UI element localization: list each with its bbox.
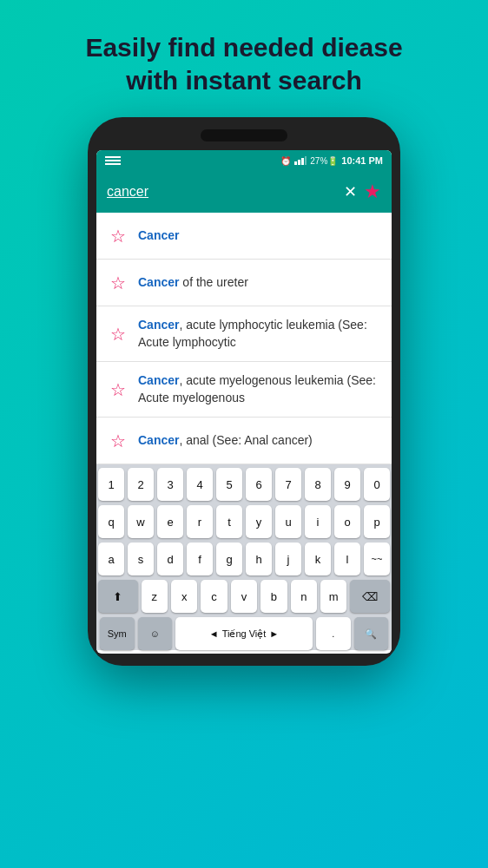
lang-left-arrow[interactable]: ◄ — [209, 628, 219, 639]
key-b[interactable]: b — [260, 580, 287, 613]
phone-notch — [201, 129, 287, 141]
result-item-3[interactable]: ☆ Cancer, acute lymphocytic leukemia (Se… — [96, 306, 392, 362]
space-key[interactable]: ◄ Tiếng Việt ► — [175, 617, 313, 650]
key-k[interactable]: k — [305, 542, 331, 575]
status-left — [105, 156, 121, 165]
result-text-1: Cancer — [138, 227, 179, 245]
signal-icon — [294, 156, 307, 165]
star-icon-3[interactable]: ☆ — [110, 324, 126, 345]
svg-rect-5 — [301, 158, 304, 165]
key-e[interactable]: e — [157, 505, 183, 538]
key-u[interactable]: u — [275, 505, 301, 538]
key-6[interactable]: 6 — [246, 468, 272, 501]
result-text-4: Cancer, acute myelogenous leukemia (See:… — [138, 372, 378, 406]
key-c[interactable]: c — [201, 580, 227, 613]
key-t[interactable]: t — [216, 505, 242, 538]
star-icon-2[interactable]: ☆ — [110, 273, 126, 293]
svg-rect-0 — [105, 156, 121, 158]
key-p[interactable]: p — [364, 505, 390, 538]
result-item-5[interactable]: ☆ Cancer, anal (See: Anal cancer) — [96, 418, 392, 464]
key-0[interactable]: 0 — [364, 468, 390, 501]
key-2[interactable]: 2 — [128, 468, 154, 501]
lang-label: Tiếng Việt — [222, 628, 267, 640]
search-bar[interactable]: cancer ✕ ★ — [96, 171, 392, 213]
key-z[interactable]: z — [142, 580, 168, 613]
menu-icon — [105, 156, 121, 165]
key-3[interactable]: 3 — [157, 468, 183, 501]
svg-rect-3 — [294, 161, 297, 165]
key-1[interactable]: 1 — [98, 468, 124, 501]
result-item-2[interactable]: ☆ Cancer of the ureter — [96, 260, 392, 306]
phone-device: ⏰ 27%🔋 10:41 PM cancer ✕ ★ ☆ — [88, 117, 400, 666]
battery-text: 27%🔋 — [310, 156, 338, 166]
keyboard-bottom-row: Sym ☺ ◄ Tiếng Việt ► . 🔍 — [98, 617, 390, 650]
status-right: ⏰ 27%🔋 10:41 PM — [280, 155, 383, 166]
star-icon-1[interactable]: ☆ — [110, 226, 126, 247]
key-i[interactable]: i — [305, 505, 331, 538]
keyboard-row2: a s d f g h j k l ~~ — [98, 542, 390, 575]
key-n[interactable]: n — [291, 580, 317, 613]
key-h[interactable]: h — [246, 542, 272, 575]
lang-right-arrow[interactable]: ► — [269, 628, 279, 639]
key-a[interactable]: a — [98, 542, 124, 575]
result-highlight-2: Cancer — [138, 275, 179, 289]
key-m[interactable]: m — [320, 580, 346, 613]
result-text-5: Cancer, anal (See: Anal cancer) — [138, 432, 313, 450]
svg-rect-1 — [105, 160, 121, 161]
headline: Easily find needed diease with instant s… — [59, 0, 428, 117]
emoji-key[interactable]: ☺ — [138, 617, 173, 650]
result-item-4[interactable]: ☆ Cancer, acute myelogenous leukemia (Se… — [96, 362, 392, 418]
favorites-button[interactable]: ★ — [364, 181, 381, 203]
period-key[interactable]: . — [316, 617, 351, 650]
result-item-1[interactable]: ☆ Cancer — [96, 213, 392, 260]
key-apostrophe[interactable]: ~~ — [364, 542, 390, 575]
result-text-2: Cancer of the ureter — [138, 274, 248, 292]
keyboard-row1: q w e r t y u i o p — [98, 505, 390, 538]
svg-rect-2 — [105, 163, 121, 165]
time-text: 10:41 PM — [341, 155, 383, 166]
key-g[interactable]: g — [216, 542, 242, 575]
key-f[interactable]: f — [187, 542, 213, 575]
results-list: ☆ Cancer ☆ Cancer of the ureter ☆ Cancer… — [96, 213, 392, 464]
keyboard-numbers-row: 1 2 3 4 5 6 7 8 9 0 — [98, 468, 390, 501]
result-highlight-3: Cancer — [138, 318, 179, 332]
sym-key[interactable]: Sym — [100, 617, 135, 650]
result-highlight-4: Cancer — [138, 373, 179, 387]
star-icon-5[interactable]: ☆ — [110, 431, 126, 451]
star-icon-4[interactable]: ☆ — [110, 379, 126, 400]
alarm-icon: ⏰ — [280, 156, 291, 166]
key-y[interactable]: y — [246, 505, 272, 538]
key-7[interactable]: 7 — [275, 468, 301, 501]
clear-button[interactable]: ✕ — [344, 182, 357, 201]
key-9[interactable]: 9 — [334, 468, 360, 501]
svg-rect-4 — [298, 160, 300, 165]
key-s[interactable]: s — [128, 542, 154, 575]
key-v[interactable]: v — [231, 580, 257, 613]
backspace-key[interactable]: ⌫ — [350, 580, 390, 613]
result-text-3: Cancer, acute lymphocytic leukemia (See:… — [138, 317, 378, 351]
keyboard: 1 2 3 4 5 6 7 8 9 0 q w e r t y u i — [96, 464, 392, 650]
key-l[interactable]: l — [334, 542, 360, 575]
key-x[interactable]: x — [171, 580, 197, 613]
key-r[interactable]: r — [187, 505, 213, 538]
search-key[interactable]: 🔍 — [354, 617, 389, 650]
result-highlight-5: Cancer — [138, 433, 179, 447]
shift-key[interactable]: ⬆ — [98, 580, 138, 613]
key-d[interactable]: d — [157, 542, 183, 575]
key-5[interactable]: 5 — [216, 468, 242, 501]
key-w[interactable]: w — [128, 505, 154, 538]
key-8[interactable]: 8 — [305, 468, 331, 501]
key-o[interactable]: o — [334, 505, 360, 538]
key-j[interactable]: j — [275, 542, 301, 575]
search-input[interactable]: cancer — [107, 184, 337, 200]
status-bar: ⏰ 27%🔋 10:41 PM — [96, 150, 392, 171]
key-q[interactable]: q — [98, 505, 124, 538]
result-highlight-1: Cancer — [138, 228, 179, 242]
svg-rect-6 — [305, 156, 307, 165]
key-4[interactable]: 4 — [187, 468, 213, 501]
keyboard-row3: ⬆ z x c v b n m ⌫ — [98, 580, 390, 613]
phone-screen: ⏰ 27%🔋 10:41 PM cancer ✕ ★ ☆ — [96, 150, 392, 654]
